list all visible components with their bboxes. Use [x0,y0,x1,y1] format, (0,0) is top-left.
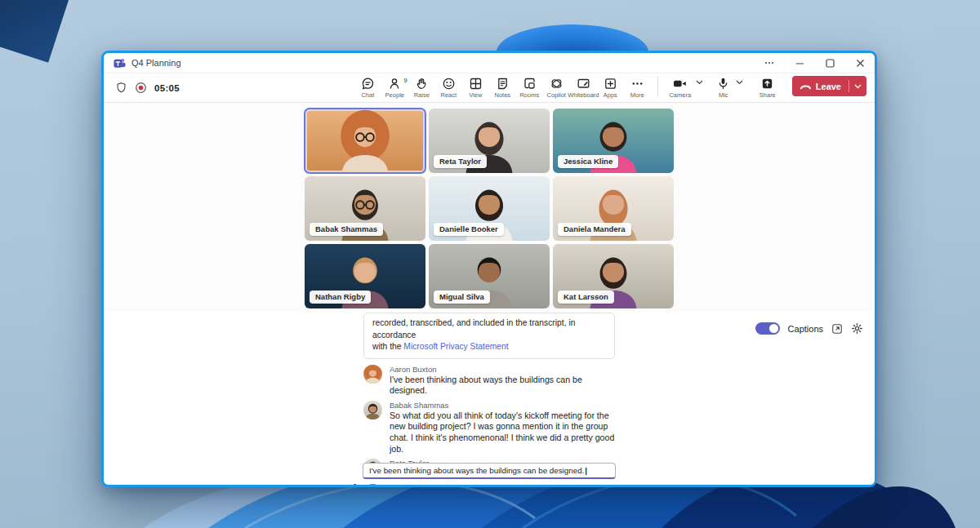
participant-name: Kat Larsson [558,291,614,304]
hang-up-icon [800,82,812,91]
window-more-button[interactable] [764,58,774,68]
maximize-button[interactable] [826,59,835,68]
participant-tile-active-speaker[interactable] [305,109,425,173]
toolbar-button-group: Chat 9 People Raise React View Notes [354,77,651,99]
caption-speaker: Babak Shammas [390,401,448,410]
participant-tile[interactable]: Daniela Mandera [553,176,674,241]
share-button[interactable]: Share [753,77,782,99]
apps-button[interactable]: Apps [597,77,624,99]
caption-message-rtt: Aaron Buxton RTT Typing I've been thinki… [354,484,615,487]
whiteboard-button[interactable]: Whiteboard [570,77,597,99]
people-count: 9 [403,77,407,84]
participant-grid: Reta Taylor Jessica Kline [305,109,674,312]
window-title: Q4 Planning [131,58,181,68]
mic-button[interactable]: Mic [711,77,736,99]
apps-icon [604,77,617,91]
caption-speaker: Aaron Buxton [390,365,437,374]
participant-name: Babak Shammas [310,223,383,236]
mic-options-chevron[interactable] [736,77,745,85]
participant-name: Daniela Mandera [558,223,631,236]
wallpaper-bloom-top [497,24,648,52]
participant-name: Jessica Kline [558,155,618,168]
meeting-toolbar: 05:05 Chat 9 People Raise React V [104,73,875,103]
participant-name: Migual Silva [434,291,490,304]
caption-text-input[interactable]: I've been thinking about ways the buildi… [363,463,616,479]
chat-button[interactable]: Chat [354,77,381,99]
captions-toggle[interactable] [755,322,780,335]
minimize-button[interactable] [795,59,804,68]
caption-message: Babak Shammas So what did you all think … [363,401,615,455]
people-icon [388,77,402,91]
avatar [363,365,382,384]
shield-icon [115,82,127,94]
more-button[interactable]: More [624,77,651,99]
video-stage: Reta Taylor Jessica Kline [104,103,875,312]
notes-button[interactable]: Notes [489,77,516,99]
participant-tile[interactable]: Babak Shammas [305,176,425,241]
leave-button[interactable]: Leave [792,76,866,96]
people-button[interactable]: 9 People [381,77,408,99]
recording-indicator-icon [135,82,147,94]
rtt-typing-badge: RTT Typing [443,485,480,487]
close-button[interactable] [856,59,865,68]
captions-popout-icon[interactable] [831,323,843,335]
participant-tile[interactable]: Reta Taylor [429,109,550,173]
avatar [363,401,382,419]
copilot-button[interactable]: Copilot [543,77,570,99]
rooms-button[interactable]: Rooms [516,77,543,99]
participant-tile[interactable]: Nathan Rigby [305,244,425,308]
participant-name: Nathan Rigby [310,291,371,304]
share-icon [760,77,774,91]
mic-icon [716,77,730,91]
captions-panel: Captions recorded, transcribed, and incl… [104,312,875,485]
react-button[interactable]: React [435,77,462,99]
text-cursor: | [585,466,587,475]
react-icon [442,77,456,91]
teams-meeting-window: Q4 Planning 05:05 [101,51,877,487]
more-icon [630,77,644,91]
notes-icon [496,77,510,91]
camera-options-chevron[interactable] [696,77,705,85]
toolbar-divider [657,77,658,96]
meeting-timer: 05:05 [154,83,180,93]
participant-tile[interactable]: Danielle Booker [429,176,550,241]
participant-tile[interactable]: Migual Silva [429,244,550,308]
caption-text: I've been thinking about ways the buildi… [390,375,615,397]
captions-toggle-label: Captions [788,324,823,334]
copilot-icon [550,77,564,91]
raise-hand-button[interactable]: Raise [408,77,435,99]
camera-button[interactable]: Camera [665,77,696,99]
leave-options-chevron[interactable] [849,84,866,89]
participant-name: Danielle Booker [434,223,504,236]
participant-tile[interactable]: Jessica Kline [553,109,674,173]
raise-hand-icon [415,77,429,91]
caption-text: So what did you all think of today's kic… [390,410,615,455]
participant-name: Reta Taylor [434,155,487,168]
view-button[interactable]: View [462,77,489,99]
camera-icon [672,77,688,91]
wallpaper-corner-shape [0,0,72,63]
captions-disclaimer: recorded, transcribed, and included in t… [363,313,615,359]
av-button-group: Camera Mic Share [665,77,782,99]
title-bar: Q4 Planning [104,53,875,73]
caption-speaker: Aaron Buxton [390,484,437,487]
teams-logo-icon [114,57,126,69]
captions-settings-gear-icon[interactable] [851,322,863,335]
chat-icon [361,77,375,91]
avatar [363,484,382,487]
privacy-statement-link[interactable]: Microsoft Privacy Statement [403,342,508,351]
whiteboard-icon [577,77,590,91]
rooms-icon [523,77,537,91]
participant-tile[interactable]: Kat Larsson [553,244,674,308]
caption-message: Aaron Buxton I've been thinking about wa… [363,365,615,397]
view-icon [469,77,483,91]
